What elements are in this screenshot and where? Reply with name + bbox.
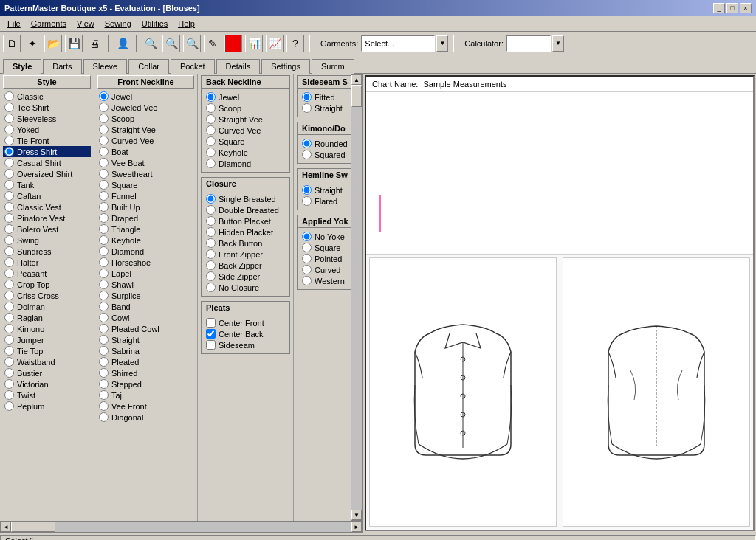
toolbar-btn-chart[interactable]: 📊 xyxy=(245,35,263,52)
toolbar-btn-help[interactable]: ? xyxy=(286,35,304,52)
cl-double-breasted[interactable]: Double Breasted xyxy=(205,204,286,215)
toolbar-btn-3[interactable]: 📂 xyxy=(44,35,62,52)
fn-straight-vee[interactable]: Straight Vee xyxy=(97,124,194,135)
bn-diamond[interactable]: Diamond xyxy=(205,158,286,169)
style-item-criss-cross[interactable]: Criss Cross xyxy=(3,290,91,301)
style-item-pinafore-vest[interactable]: Pinafore Vest xyxy=(3,212,91,224)
cl-single-breasted[interactable]: Single Breasted xyxy=(205,193,286,204)
toolbar-btn-1[interactable]: 🗋 xyxy=(3,35,21,52)
style-item-sleeveless[interactable]: Sleeveless xyxy=(3,113,91,124)
style-item-oversized[interactable]: Oversized Shirt xyxy=(3,168,91,179)
fn-vee-front[interactable]: Vee Front xyxy=(97,401,194,412)
fn-jewel[interactable]: Jewel xyxy=(97,91,194,102)
style-item-casual-shirt[interactable]: Casual Shirt xyxy=(3,157,91,168)
fn-surplice[interactable]: Surplice xyxy=(97,290,194,301)
minimize-button[interactable]: _ xyxy=(713,3,725,13)
maximize-button[interactable]: □ xyxy=(726,3,738,13)
left-scrollbar[interactable]: ▲ ▼ xyxy=(351,74,362,521)
style-item-tie-front[interactable]: Tie Front xyxy=(3,135,91,146)
fn-funnel[interactable]: Funnel xyxy=(97,190,194,201)
style-item-tee-shirt[interactable]: Tee Shirt xyxy=(3,102,91,113)
toolbar-btn-4[interactable]: 💾 xyxy=(65,35,83,52)
toolbar-btn-8[interactable]: 🔍 xyxy=(162,35,180,52)
scroll-track[interactable] xyxy=(351,85,362,510)
tab-settings[interactable]: Settings xyxy=(261,59,310,74)
toolbar-btn-chart2[interactable]: 📈 xyxy=(266,35,284,52)
garments-select[interactable] xyxy=(361,35,435,52)
fn-scoop[interactable]: Scoop xyxy=(97,113,194,124)
horiz-scroll-thumb[interactable] xyxy=(11,522,55,532)
style-item-raglan[interactable]: Raglan xyxy=(3,312,91,323)
fn-lapel[interactable]: Lapel xyxy=(97,268,194,279)
style-item-jumper[interactable]: Jumper xyxy=(3,334,91,345)
calculator-dropdown-arrow[interactable]: ▼ xyxy=(552,35,564,52)
pl-center-back[interactable]: Center Back xyxy=(205,328,286,339)
fn-built-up[interactable]: Built Up xyxy=(97,201,194,212)
toolbar-btn-7[interactable]: 🔍 xyxy=(142,35,159,52)
fn-pleated-cowl[interactable]: Pleated Cowl xyxy=(97,323,194,334)
toolbar-btn-6[interactable]: 👤 xyxy=(114,35,131,52)
fn-triangle[interactable]: Triangle xyxy=(97,224,194,235)
fn-shawl[interactable]: Shawl xyxy=(97,279,194,290)
style-item-crop-top[interactable]: Crop Top xyxy=(3,279,91,290)
cl-back-zipper[interactable]: Back Zipper xyxy=(205,260,286,271)
menu-utilities[interactable]: Utilities xyxy=(137,18,172,30)
bn-scoop[interactable]: Scoop xyxy=(205,103,286,114)
style-item-dolman[interactable]: Dolman xyxy=(3,301,91,312)
menu-file[interactable]: File xyxy=(3,18,25,30)
fn-taj[interactable]: Taj xyxy=(97,390,194,401)
fn-pleated[interactable]: Pleated xyxy=(97,356,194,367)
horiz-scroll-track[interactable] xyxy=(11,522,351,532)
garments-dropdown-arrow[interactable]: ▼ xyxy=(436,35,448,52)
style-item-classic-vest[interactable]: Classic Vest xyxy=(3,201,91,212)
fn-square[interactable]: Square xyxy=(97,179,194,190)
cl-no-closure[interactable]: No Closure xyxy=(205,282,286,293)
close-button[interactable]: × xyxy=(740,3,752,13)
style-item-victorian[interactable]: Victorian xyxy=(3,378,91,390)
style-item-caftan[interactable]: Caftan xyxy=(3,190,91,201)
style-item-waistband[interactable]: Waistband xyxy=(3,356,91,367)
style-item-swing[interactable]: Swing xyxy=(3,235,91,246)
style-item-tank[interactable]: Tank xyxy=(3,179,91,190)
scroll-up-btn[interactable]: ▲ xyxy=(351,75,362,85)
toolbar-btn-color[interactable] xyxy=(224,35,242,52)
tab-details[interactable]: Details xyxy=(216,59,261,74)
fn-draped[interactable]: Draped xyxy=(97,212,194,224)
menu-help[interactable]: Help xyxy=(173,18,199,30)
style-item-peplum[interactable]: Peplum xyxy=(3,401,91,412)
toolbar-btn-9[interactable]: 🔍 xyxy=(183,35,201,52)
fn-sabrina[interactable]: Sabrina xyxy=(97,345,194,356)
fn-horseshoe[interactable]: Horseshoe xyxy=(97,257,194,268)
menu-sewing[interactable]: Sewing xyxy=(100,18,136,30)
menu-view[interactable]: View xyxy=(72,18,99,30)
bn-jewel[interactable]: Jewel xyxy=(205,91,286,103)
cl-side-zipper[interactable]: Side Zipper xyxy=(205,271,286,282)
pl-center-front[interactable]: Center Front xyxy=(205,317,286,328)
horiz-scrollbar[interactable]: ◄ ► xyxy=(0,521,362,533)
toolbar-btn-5[interactable]: 🖨 xyxy=(86,35,103,52)
scroll-left-btn[interactable]: ◄ xyxy=(1,522,11,532)
fn-cowl[interactable]: Cowl xyxy=(97,312,194,323)
toolbar-btn-2[interactable]: ✦ xyxy=(24,35,41,52)
pl-sideseam[interactable]: Sideseam xyxy=(205,339,286,350)
style-item-bolero-vest[interactable]: Bolero Vest xyxy=(3,224,91,235)
tab-style[interactable]: Style xyxy=(3,59,41,74)
fn-vee-boat[interactable]: Vee Boat xyxy=(97,157,194,168)
style-item-sundress[interactable]: Sundress xyxy=(3,246,91,257)
cl-button-placket[interactable]: Button Placket xyxy=(205,215,286,226)
fn-boat[interactable]: Boat xyxy=(97,146,194,157)
calculator-select[interactable] xyxy=(506,35,551,52)
style-item-kimono[interactable]: Kimono xyxy=(3,323,91,334)
style-item-halter[interactable]: Halter xyxy=(3,257,91,268)
style-item-yoked[interactable]: Yoked xyxy=(3,124,91,135)
fn-straight[interactable]: Straight xyxy=(97,334,194,345)
style-item-bustier[interactable]: Bustier xyxy=(3,367,91,378)
tab-pocket[interactable]: Pocket xyxy=(171,59,215,74)
cl-hidden-placket[interactable]: Hidden Placket xyxy=(205,226,286,238)
bn-curved-vee[interactable]: Curved Vee xyxy=(205,125,286,136)
style-item-dress-shirt[interactable]: Dress Shirt xyxy=(3,146,91,157)
cl-back-button[interactable]: Back Button xyxy=(205,238,286,249)
scroll-right-btn[interactable]: ► xyxy=(351,522,362,532)
scroll-down-btn[interactable]: ▼ xyxy=(351,510,362,520)
bn-square[interactable]: Square xyxy=(205,136,286,147)
